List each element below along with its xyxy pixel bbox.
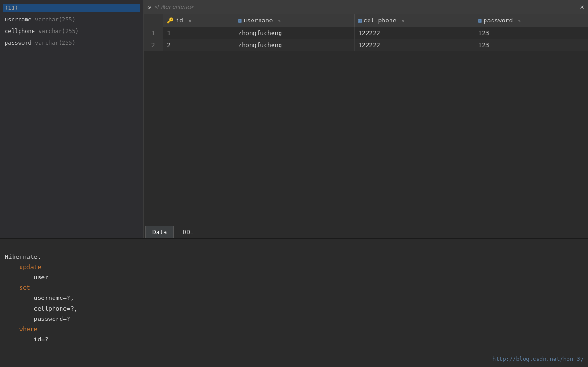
- filter-icon: ⊙: [147, 3, 151, 11]
- tab-ddl[interactable]: DDL: [176, 226, 200, 238]
- console-line-user: user: [5, 272, 583, 283]
- cell-rownum: 2: [144, 39, 163, 51]
- console-line-password: password=?: [5, 314, 583, 324]
- filter-bar: ⊙ ✕: [144, 0, 588, 14]
- main-panel: ⊙ ✕ 🔑id ⇅ ▦username ⇅: [144, 0, 588, 238]
- sidebar-title: (11): [3, 4, 140, 12]
- sort-arrow-cellphone: ⇅: [402, 18, 404, 23]
- table-row[interactable]: 2 2 zhongfucheng 122222 123: [144, 39, 588, 51]
- sidebar-field-password: password varchar(255): [3, 37, 140, 49]
- tab-bar: Data DDL: [144, 224, 588, 238]
- sort-arrow-id: ⇅: [189, 18, 191, 23]
- sort-arrow-password: ⇅: [518, 18, 521, 23]
- tab-data[interactable]: Data: [145, 226, 174, 238]
- console-line-username: username=?,: [5, 293, 583, 303]
- data-table: 🔑id ⇅ ▦username ⇅ ▦cellphone ⇅ ▦passw: [144, 14, 588, 51]
- bottom-console: Hibernate: update user set username=?, c…: [0, 238, 588, 367]
- key-icon: 🔑: [167, 17, 174, 24]
- col-icon-username: ▦: [238, 17, 241, 24]
- filter-input[interactable]: [154, 3, 584, 10]
- col-header-id[interactable]: 🔑id ⇅: [163, 14, 234, 27]
- top-section: (11) username varchar(255) cellphone var…: [0, 0, 588, 238]
- col-header-rownum: [144, 14, 163, 27]
- cell-cellphone: 122222: [354, 39, 474, 51]
- sort-arrow-username: ⇅: [278, 18, 281, 23]
- cell-rownum: 1: [144, 27, 163, 39]
- sidebar-field-cellphone: cellphone varchar(255): [3, 26, 140, 37]
- table-area: 🔑id ⇅ ▦username ⇅ ▦cellphone ⇅ ▦passw: [144, 14, 588, 224]
- cell-password: 123: [474, 27, 588, 39]
- cell-id: 2: [163, 39, 234, 51]
- console-line-cellphone: cellphone=?,: [5, 304, 583, 314]
- col-header-password[interactable]: ▦password ⇅: [474, 14, 588, 27]
- console-line-id: id=?: [5, 334, 583, 345]
- console-line-update: update: [5, 262, 583, 272]
- col-icon-password: ▦: [478, 17, 481, 24]
- table-body: 1 1 zhongfucheng 122222 123 2 2 zhongfuc…: [144, 27, 588, 51]
- cell-cellphone: 122222: [354, 27, 474, 39]
- watermark: http://blog.csdn.net/hon_3y: [492, 356, 583, 362]
- console-line-empty: [5, 242, 583, 252]
- console-content: Hibernate: update user set username=?, c…: [5, 242, 583, 345]
- col-header-cellphone[interactable]: ▦cellphone ⇅: [354, 14, 474, 27]
- cell-username: zhongfucheng: [234, 27, 355, 39]
- cell-username: zhongfucheng: [234, 39, 355, 51]
- table-row[interactable]: 1 1 zhongfucheng 122222 123: [144, 27, 588, 39]
- console-line-where: where: [5, 324, 583, 334]
- col-icon-cellphone: ▦: [358, 17, 362, 24]
- sidebar: (11) username varchar(255) cellphone var…: [0, 0, 144, 238]
- cell-password: 123: [474, 39, 588, 51]
- console-line-set: set: [5, 283, 583, 293]
- console-line-hibernate: Hibernate:: [5, 252, 583, 262]
- col-header-username[interactable]: ▦username ⇅: [234, 14, 355, 27]
- close-button[interactable]: ✕: [580, 2, 584, 11]
- sidebar-field-username: username varchar(255): [3, 14, 140, 26]
- cell-id: 1: [163, 27, 234, 39]
